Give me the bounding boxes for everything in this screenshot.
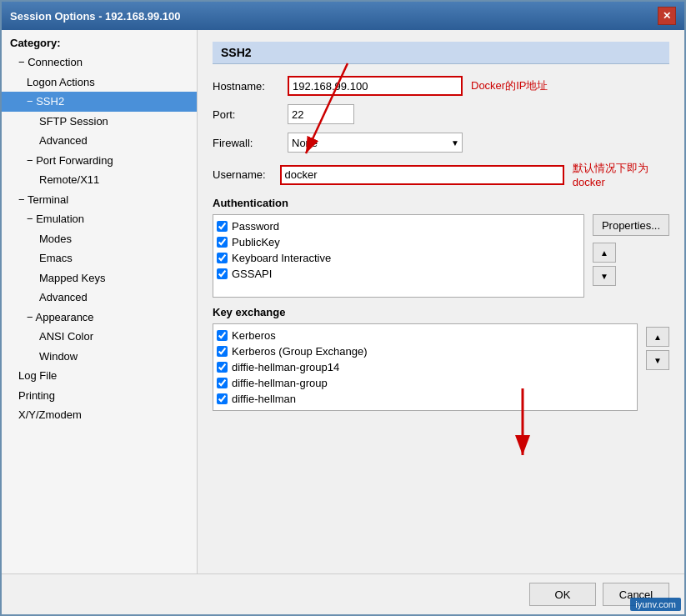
window-title: Session Options - 192.168.99.100 — [10, 10, 181, 23]
sidebar: Category: − Connection Logon Actions− SS… — [2, 30, 198, 573]
sidebar-item-sftp-session[interactable]: SFTP Session — [2, 112, 197, 132]
sidebar-item-terminal[interactable]: − Terminal — [2, 190, 197, 210]
panel-title: SSH2 — [213, 42, 669, 64]
sidebar-item-advanced-ssh2[interactable]: Advanced — [2, 131, 197, 151]
auth-arrow-group: ▲ ▼ — [593, 239, 616, 286]
kex-item[interactable]: Kerberos (Group Exchange) — [217, 343, 633, 359]
key-exchange-listbox: KerberosKerberos (Group Exchange)diffie-… — [213, 323, 638, 411]
hostname-input[interactable] — [288, 76, 463, 96]
sidebar-item-xyz-modem[interactable]: X/Y/Zmodem — [2, 405, 197, 425]
auth-down-button[interactable]: ▼ — [593, 266, 616, 286]
kex-up-button[interactable]: ▲ — [646, 327, 669, 347]
sidebar-item-remote-x11[interactable]: Remote/X11 — [2, 170, 197, 190]
auth-item[interactable]: Keyboard Interactive — [217, 250, 580, 266]
sidebar-item-mapped-keys[interactable]: Mapped Keys — [2, 268, 197, 288]
auth-section-title: Authentication — [213, 197, 669, 209]
username-row: Username: 默认情况下即为docker — [213, 161, 669, 188]
username-input[interactable] — [280, 165, 564, 185]
kex-item[interactable]: Kerberos — [217, 328, 633, 343]
sidebar-item-emulation[interactable]: − Emulation — [2, 209, 197, 229]
watermark: iyunv.com — [630, 598, 681, 611]
sidebar-item-logon-actions[interactable]: Logon Actions — [2, 73, 197, 93]
category-label: Category: — [2, 30, 197, 53]
hostname-row: Hostname: Docker的IP地址 — [213, 76, 669, 96]
auth-up-button[interactable]: ▲ — [593, 243, 616, 263]
sidebar-item-connection[interactable]: − Connection — [2, 53, 197, 73]
username-label: Username: — [213, 168, 280, 181]
title-bar: Session Options - 192.168.99.100 ✕ — [2, 2, 684, 30]
sidebar-item-log-file[interactable]: Log File — [2, 366, 197, 386]
key-exchange-title: Key exchange — [213, 306, 669, 318]
sidebar-item-appearance[interactable]: − Appearance — [2, 308, 197, 328]
auth-container: PasswordPublicKeyKeyboard InteractiveGSS… — [213, 214, 669, 298]
ok-button[interactable]: OK — [529, 583, 596, 606]
auth-item[interactable]: Password — [217, 218, 580, 234]
hostname-label: Hostname: — [213, 80, 288, 93]
sidebar-item-emacs[interactable]: Emacs — [2, 248, 197, 268]
key-exchange-container: KerberosKerberos (Group Exchange)diffie-… — [213, 323, 669, 411]
footer: OK Cancel — [2, 573, 684, 614]
session-options-window: Session Options - 192.168.99.100 ✕ Categ… — [0, 0, 686, 616]
firewall-select[interactable]: None SOCKS4 SOCKS5 HTTP — [288, 133, 463, 153]
port-label: Port: — [213, 108, 288, 121]
firewall-select-wrapper: None SOCKS4 SOCKS5 HTTP — [288, 133, 463, 153]
sidebar-item-window[interactable]: Window — [2, 347, 197, 367]
username-annotation: 默认情况下即为docker — [573, 161, 669, 188]
close-button[interactable]: ✕ — [658, 7, 676, 25]
port-input[interactable] — [288, 104, 354, 124]
kex-item[interactable]: diffie-hellman — [217, 391, 633, 407]
hostname-annotation: Docker的IP地址 — [471, 78, 548, 93]
sidebar-item-modes[interactable]: Modes — [2, 229, 197, 249]
sidebar-item-port-forwarding[interactable]: − Port Forwarding — [2, 151, 197, 171]
sidebar-item-ssh2[interactable]: − SSH2 — [2, 92, 197, 112]
sidebar-item-ansi-color[interactable]: ANSI Color — [2, 327, 197, 347]
firewall-row: Firewall: None SOCKS4 SOCKS5 HTTP — [213, 133, 669, 153]
firewall-label: Firewall: — [213, 137, 288, 149]
auth-listbox: PasswordPublicKeyKeyboard InteractiveGSS… — [213, 214, 584, 298]
content-area: Category: − Connection Logon Actions− SS… — [2, 30, 684, 573]
kex-arrow-group: ▲ ▼ — [646, 323, 669, 411]
auth-controls: Properties... ▲ ▼ — [593, 214, 669, 298]
sidebar-item-advanced-emulation[interactable]: Advanced — [2, 288, 197, 308]
auth-item[interactable]: GSSAPI — [217, 266, 580, 282]
port-row: Port: — [213, 104, 669, 124]
properties-button[interactable]: Properties... — [593, 214, 669, 236]
kex-item[interactable]: diffie-hellman-group — [217, 375, 633, 391]
kex-item[interactable]: diffie-hellman-group14 — [217, 359, 633, 375]
kex-down-button[interactable]: ▼ — [646, 350, 669, 370]
auth-item[interactable]: PublicKey — [217, 234, 580, 250]
sidebar-item-printing[interactable]: Printing — [2, 386, 197, 406]
main-panel: SSH2 Hostname: Docker的IP地址 Port: Firewal… — [198, 30, 684, 573]
